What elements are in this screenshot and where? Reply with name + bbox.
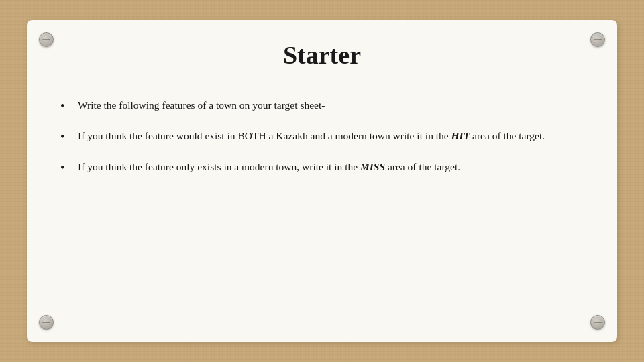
bullet-text-2: If you think the feature would exist in … — [78, 128, 584, 144]
bullet-icon-3: • — [60, 160, 72, 176]
bullet-list: • Write the following features of a town… — [60, 97, 584, 177]
list-item-3: • If you think the feature only exists i… — [60, 159, 584, 176]
bullet-text-3: If you think the feature only exists in … — [78, 159, 584, 175]
screw-top-right — [590, 32, 605, 47]
page-title: Starter — [60, 40, 584, 70]
main-card: Starter • Write the following features o… — [27, 20, 617, 342]
screw-bottom-right — [590, 315, 605, 330]
list-item-1: • Write the following features of a town… — [60, 97, 584, 115]
screw-bottom-left — [39, 315, 54, 330]
list-item-2: • If you think the feature would exist i… — [60, 128, 584, 145]
screw-top-left — [39, 32, 54, 47]
bullet-text-1: Write the following features of a town o… — [78, 97, 584, 113]
bullet-icon-1: • — [60, 98, 72, 115]
divider — [60, 82, 584, 82]
miss-emphasis: MISS — [360, 161, 385, 172]
hit-emphasis: HIT — [451, 130, 470, 141]
bullet-icon-2: • — [60, 129, 72, 145]
